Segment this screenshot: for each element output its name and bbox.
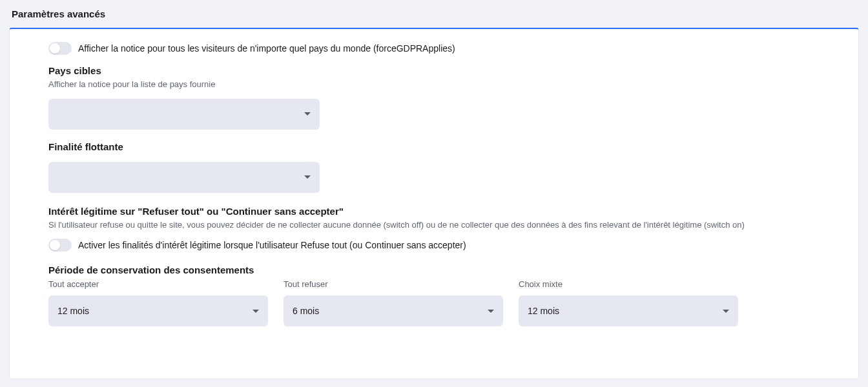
legit-interest-toggle[interactable] (48, 239, 72, 252)
retention-mixed-select[interactable]: 12 mois (519, 295, 738, 326)
retention-refuse-col: Tout refuser 6 mois (284, 279, 503, 326)
chevron-down-icon (723, 310, 729, 313)
retention-mixed-label: Choix mixte (519, 279, 738, 289)
toggle-knob (50, 240, 60, 250)
advanced-settings-panel: Afficher la notice pour tous les visiteu… (9, 28, 859, 379)
legit-interest-label: Activer les finalités d'intérêt légitime… (78, 240, 466, 250)
floating-purpose-select[interactable] (48, 162, 320, 193)
legit-interest-desc: Si l'utilisateur refuse ou quitte le sit… (48, 219, 820, 232)
target-countries-desc: Afficher la notice pour la liste de pays… (48, 78, 820, 91)
chevron-down-icon (304, 112, 311, 115)
force-gdpr-row: Afficher la notice pour tous les visiteu… (48, 42, 820, 55)
chevron-down-icon (253, 310, 259, 313)
force-gdpr-label: Afficher la notice pour tous les visiteu… (78, 43, 455, 54)
retention-title: Période de conservation des consentement… (48, 264, 820, 275)
retention-mixed-value: 12 mois (528, 306, 559, 316)
retention-refuse-select[interactable]: 6 mois (284, 295, 503, 326)
legit-interest-row: Activer les finalités d'intérêt légitime… (48, 239, 820, 252)
target-countries-select[interactable] (48, 99, 320, 130)
retention-accept-select[interactable]: 12 mois (48, 295, 268, 326)
retention-refuse-value: 6 mois (293, 306, 319, 316)
retention-accept-value: 12 mois (57, 306, 89, 316)
toggle-knob (50, 43, 60, 54)
floating-purpose-title: Finalité flottante (48, 141, 820, 152)
retention-accept-label: Tout accepter (48, 279, 268, 289)
chevron-down-icon (304, 175, 311, 179)
force-gdpr-toggle[interactable] (48, 42, 72, 55)
retention-refuse-label: Tout refuser (284, 279, 503, 289)
retention-accept-col: Tout accepter 12 mois (48, 279, 268, 326)
section-title: Paramètres avancés (0, 0, 868, 28)
legit-interest-title: Intérêt légitime sur "Refuser tout" ou "… (48, 206, 820, 217)
target-countries-title: Pays cibles (48, 65, 820, 76)
chevron-down-icon (488, 310, 494, 313)
retention-row: Tout accepter 12 mois Tout refuser 6 moi… (48, 279, 820, 326)
retention-mixed-col: Choix mixte 12 mois (519, 279, 738, 326)
